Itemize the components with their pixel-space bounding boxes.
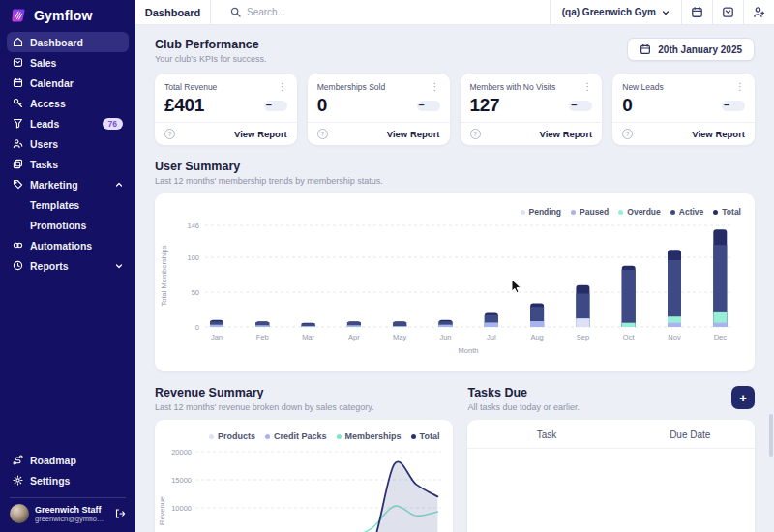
- help-icon[interactable]: ?: [622, 129, 633, 139]
- scrollbar-thumb[interactable]: [769, 414, 773, 457]
- legend-dot: [713, 210, 718, 215]
- sidebar-item-roadmap[interactable]: Roadmap: [7, 450, 129, 470]
- calendar-button[interactable]: [681, 0, 712, 24]
- legend-item[interactable]: Pending: [521, 207, 562, 217]
- view-report-link[interactable]: View Report: [540, 129, 593, 139]
- svg-text:20000: 20000: [171, 448, 192, 457]
- sidebar-item-reports[interactable]: Reports: [7, 255, 129, 276]
- legend-item[interactable]: Memberships: [337, 431, 402, 441]
- sidebar-item-users[interactable]: Users: [7, 133, 129, 154]
- legend-dot: [265, 434, 270, 439]
- sidebar-item-label: Dashboard: [30, 37, 83, 48]
- sidebar-item-label: Calendar: [30, 77, 74, 89]
- user-summary-section: User Summary Last 12 months' membership …: [155, 160, 755, 371]
- chart-legend: ProductsCredit PacksMembershipsTotal: [155, 420, 453, 441]
- kebab-menu-icon[interactable]: ⋮: [735, 82, 745, 91]
- dashboard-content: Club Performance Your club's KPIs for su…: [135, 25, 774, 532]
- kebab-menu-icon[interactable]: ⋮: [278, 82, 287, 91]
- legend-dot: [411, 434, 416, 439]
- svg-text:Nov: Nov: [668, 333, 681, 341]
- legend-item[interactable]: Overdue: [618, 207, 661, 217]
- sidebar-item-label: Roadmap: [30, 455, 76, 466]
- inbox-icon: [722, 6, 734, 18]
- sidebar-item-access[interactable]: Access: [7, 93, 129, 113]
- section-title: Club Performance: [155, 38, 266, 51]
- legend-item[interactable]: Products: [209, 431, 255, 441]
- sidebar-item-automations[interactable]: Automations: [7, 235, 129, 255]
- funnel-icon: [13, 118, 23, 129]
- sidebar-item-label: Leads: [30, 118, 59, 130]
- sidebar-item-label: Marketing: [30, 179, 78, 191]
- legend-item[interactable]: Total: [411, 431, 440, 441]
- sidebar-item-label: Reports: [30, 260, 69, 272]
- chevron-up-icon: [115, 181, 123, 189]
- help-icon[interactable]: ?: [164, 129, 175, 139]
- legend-item[interactable]: Credit Packs: [265, 431, 327, 441]
- svg-text:Sep: Sep: [577, 333, 589, 341]
- gear-icon: [13, 475, 23, 486]
- sidebar-item-leads[interactable]: Leads 76: [7, 113, 129, 133]
- sidebar-footer-nav: Roadmap Settings: [0, 446, 135, 490]
- section-subtitle: Your club's KPIs for success.: [155, 54, 266, 64]
- sidebar-item-promotions[interactable]: Promotions: [7, 215, 129, 235]
- help-icon[interactable]: ?: [317, 129, 328, 139]
- view-report-link[interactable]: View Report: [692, 129, 745, 139]
- svg-text:146: 146: [187, 222, 199, 230]
- tasks-due-section: Tasks Due All tasks due today or earlier…: [467, 386, 755, 532]
- home-icon: [13, 37, 23, 47]
- legend-dot: [618, 210, 623, 215]
- date-picker-button[interactable]: 20th January 2025: [627, 38, 755, 61]
- kpi-card-new-leads: New Leads⋮ 0– ?View Report: [612, 74, 755, 145]
- legend-dot: [337, 434, 342, 439]
- sidebar-item-calendar[interactable]: Calendar: [7, 73, 129, 93]
- main-area: Dashboard Search... (qa) Greenwich Gym: [135, 0, 774, 532]
- tasks-column-task: Task: [467, 429, 625, 440]
- sidebar-item-templates[interactable]: Templates: [7, 194, 129, 215]
- sidebar-item-marketing[interactable]: Marketing: [7, 174, 129, 194]
- route-icon: [13, 455, 23, 465]
- kpi-grid: Total Revenue⋮ £401– ?View Report Member…: [155, 74, 755, 145]
- sidebar-item-label: Settings: [30, 475, 70, 487]
- kpi-value: £401: [164, 95, 204, 116]
- logo[interactable]: Gymflow: [0, 2, 135, 28]
- legend-dot: [571, 210, 576, 215]
- inbox-button[interactable]: [712, 0, 743, 24]
- kpi-card-total-revenue: Total Revenue⋮ £401– ?View Report: [155, 74, 297, 145]
- sidebar-item-dashboard[interactable]: Dashboard: [7, 32, 129, 52]
- kpi-value: 0: [317, 95, 327, 116]
- sidebar-item-sales[interactable]: Sales: [7, 52, 129, 73]
- legend-item[interactable]: Paused: [571, 207, 609, 217]
- sidebar-item-label: Tasks: [30, 159, 58, 170]
- kebab-menu-icon[interactable]: ⋮: [431, 82, 440, 91]
- search-input[interactable]: Search...: [211, 7, 550, 17]
- selected-date: 20th January 2025: [658, 44, 742, 55]
- tag-icon: [13, 179, 23, 190]
- view-report-link[interactable]: View Report: [387, 129, 440, 139]
- user-profile[interactable]: Greenwich Staff greenwich@gymflow.co.uk: [0, 504, 135, 532]
- view-report-link[interactable]: View Report: [234, 129, 287, 139]
- add-task-button[interactable]: +: [731, 386, 755, 409]
- kpi-label: Members with No Visits: [470, 82, 556, 92]
- kpi-value: 127: [470, 95, 500, 116]
- key-icon: [13, 98, 23, 108]
- help-icon[interactable]: ?: [470, 129, 481, 139]
- leads-count-badge: 76: [103, 118, 123, 130]
- add-user-button[interactable]: [743, 0, 774, 24]
- logout-icon[interactable]: [114, 508, 126, 519]
- page-title[interactable]: Dashboard: [135, 0, 211, 24]
- kebab-menu-icon[interactable]: ⋮: [582, 82, 592, 91]
- legend-item[interactable]: Total: [713, 207, 741, 217]
- svg-text:Aug: Aug: [530, 333, 543, 341]
- sidebar-item-settings[interactable]: Settings: [7, 470, 129, 490]
- legend-item[interactable]: Active: [670, 207, 704, 217]
- topbar-actions: (qa) Greenwich Gym: [550, 0, 774, 24]
- sales-icon: [13, 57, 23, 68]
- sidebar-item-tasks[interactable]: Tasks: [7, 154, 129, 174]
- gym-selector[interactable]: (qa) Greenwich Gym: [550, 0, 681, 24]
- sidebar-item-label: Automations: [30, 240, 92, 251]
- svg-text:Revenue: Revenue: [158, 496, 166, 525]
- trend-badge: –: [417, 101, 440, 111]
- copy-icon: [13, 159, 23, 169]
- legend-dot: [209, 434, 214, 439]
- svg-text:May: May: [393, 333, 406, 341]
